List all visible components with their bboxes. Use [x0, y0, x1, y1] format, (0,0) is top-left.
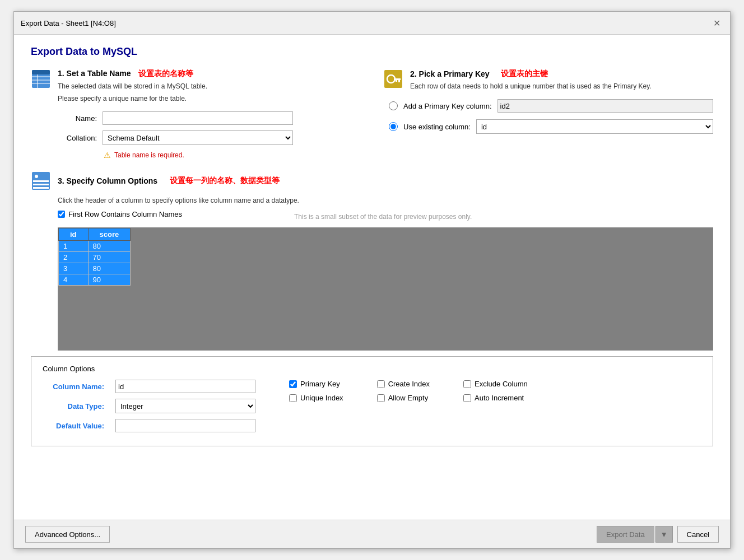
table-row: 1 80: [59, 241, 131, 252]
column-options-form: Column Name: Data Type: Integer VARCHAR …: [43, 380, 255, 438]
export-data-dropdown-button[interactable]: ▼: [655, 526, 673, 543]
section3: 3. Specify Column Options 设置每一列的名称、数据类型等…: [31, 171, 713, 446]
checkboxes-col2: Create Index Allow Empty: [377, 380, 430, 402]
first-row-checkbox[interactable]: [58, 211, 65, 218]
svg-point-12: [35, 175, 38, 178]
cell-3-1: 3: [59, 263, 89, 274]
data-table: id score 1 80 2 70: [58, 228, 131, 286]
export-dialog: Export Data - Sheet1 [N4:O8] ✕ Export Da…: [13, 11, 731, 549]
auto-increment-label: Auto Increment: [475, 394, 524, 402]
section1-desc2: Please specify a unique name for the tab…: [58, 94, 207, 104]
advanced-options-button[interactable]: Advanced Options...: [25, 526, 110, 543]
section2-subtitle: 设置表的主键: [501, 69, 548, 79]
default-value-input[interactable]: [115, 419, 255, 432]
cell-2-1: 2: [59, 252, 89, 263]
svg-rect-8: [394, 78, 401, 80]
auto-increment-item: Auto Increment: [463, 394, 528, 402]
svg-rect-9: [398, 80, 400, 82]
section1: 1. Set a Table Name 设置表的名称等 The selected…: [31, 69, 361, 160]
key-icon: [383, 69, 403, 89]
name-row: Name:: [58, 111, 361, 125]
pk-existing-row: Use existing column: id score: [389, 119, 713, 134]
section1-number-title: 1. Set a Table Name: [58, 69, 131, 78]
column-options: Column Options Column Name: Data Type: I…: [31, 356, 713, 446]
collation-select[interactable]: Schema Default: [103, 130, 293, 145]
table-icon: [31, 69, 51, 89]
section3-subtitle: 设置每一列的名称、数据类型等: [170, 176, 280, 186]
section2-desc: Each row of data needs to hold a unique …: [410, 81, 652, 91]
first-row-checkbox-row: First Row Contains Column Names: [58, 210, 182, 218]
cell-3-2: 80: [88, 263, 131, 274]
cell-2-2: 70: [88, 252, 131, 263]
column-options-title: Column Options: [43, 365, 701, 373]
pk-existing-select[interactable]: id score: [476, 119, 713, 134]
pk-add-row: Add a Primary Key column:: [389, 99, 713, 113]
cell-1-1: 1: [59, 241, 89, 252]
unique-index-label: Unique Index: [300, 394, 343, 402]
collation-label: Collation:: [58, 134, 103, 142]
svg-rect-10: [396, 80, 397, 82]
section1-subtitle: 设置表的名称等: [138, 69, 193, 78]
pk-add-label: Add a Primary Key column:: [403, 102, 492, 110]
col-header-id[interactable]: id: [59, 228, 89, 241]
exclude-column-item: Exclude Column: [463, 380, 528, 388]
col-name-row: Column Name:: [43, 380, 255, 393]
data-type-label: Data Type:: [43, 402, 104, 410]
svg-rect-13: [33, 180, 49, 182]
col-name-input[interactable]: [115, 380, 255, 393]
table-row: 4 90: [59, 274, 131, 286]
data-table-container: id score 1 80 2 70: [58, 227, 713, 351]
pk-existing-label: Use existing column:: [403, 123, 471, 131]
svg-rect-15: [33, 187, 49, 189]
section3-header: 3. Specify Column Options 设置每一列的名称、数据类型等: [31, 171, 713, 191]
create-index-checkbox[interactable]: [377, 380, 385, 388]
exclude-column-checkbox[interactable]: [463, 380, 471, 388]
col-header-score[interactable]: score: [88, 228, 131, 241]
default-value-row: Default Value:: [43, 419, 255, 432]
col-name-label: Column Name:: [43, 382, 104, 391]
dialog-footer: Advanced Options... Export Data ▼ Cancel: [14, 520, 730, 548]
cancel-button[interactable]: Cancel: [677, 526, 719, 543]
top-sections: 1. Set a Table Name 设置表的名称等 The selected…: [31, 69, 713, 160]
section1-desc1: The selected data will be stored in a My…: [58, 81, 207, 91]
primary-key-label: Primary Key: [300, 380, 340, 388]
allow-empty-checkbox[interactable]: [377, 394, 385, 402]
cell-4-2: 90: [88, 274, 131, 286]
data-type-row: Data Type: Integer VARCHAR TEXT FLOAT: [43, 399, 255, 413]
footer-right: Export Data ▼ Cancel: [597, 526, 719, 543]
data-type-select[interactable]: Integer VARCHAR TEXT FLOAT: [115, 399, 255, 413]
warning-icon: ⚠: [104, 151, 111, 160]
dialog-body: Export Data to MySQL: [14, 35, 730, 520]
first-row-label: First Row Contains Column Names: [68, 210, 182, 218]
unique-index-checkbox[interactable]: [289, 394, 297, 402]
table-header-row: id score: [59, 228, 131, 241]
page-title: Export Data to MySQL: [31, 46, 713, 58]
collation-row: Collation: Schema Default: [58, 130, 361, 145]
svg-rect-1: [32, 70, 50, 74]
allow-empty-item: Allow Empty: [377, 394, 430, 402]
cell-1-2: 80: [88, 241, 131, 252]
pk-add-input[interactable]: [497, 99, 713, 113]
warning-text: Table name is required.: [114, 151, 184, 159]
section3-number-title: 3. Specify Column Options: [58, 176, 157, 185]
close-button[interactable]: ✕: [710, 16, 723, 30]
name-input[interactable]: [103, 111, 293, 125]
section2-number-title: 2. Pick a Primary Key: [410, 69, 490, 78]
cell-4-1: 4: [59, 274, 89, 286]
checkboxes-col3: Exclude Column Auto Increment: [463, 380, 528, 402]
columns-icon: [31, 171, 51, 191]
table-row: 3 80: [59, 263, 131, 274]
unique-index-item: Unique Index: [289, 394, 343, 402]
title-bar-text: Export Data - Sheet1 [N4:O8]: [21, 19, 116, 27]
create-index-item: Create Index: [377, 380, 430, 388]
primary-key-checkbox[interactable]: [289, 380, 297, 388]
pk-add-radio[interactable]: [389, 101, 398, 110]
export-data-button[interactable]: Export Data: [597, 526, 654, 543]
section2-header: 2. Pick a Primary Key 设置表的主键 Each row of…: [383, 69, 713, 91]
pk-existing-radio[interactable]: [389, 122, 398, 131]
auto-increment-checkbox[interactable]: [463, 394, 471, 402]
section2-title-block: 2. Pick a Primary Key 设置表的主键 Each row of…: [410, 69, 652, 91]
exclude-column-label: Exclude Column: [475, 380, 528, 388]
footer-left: Advanced Options...: [25, 526, 110, 543]
preview-note: This is a small subset of the data for p…: [294, 213, 472, 221]
